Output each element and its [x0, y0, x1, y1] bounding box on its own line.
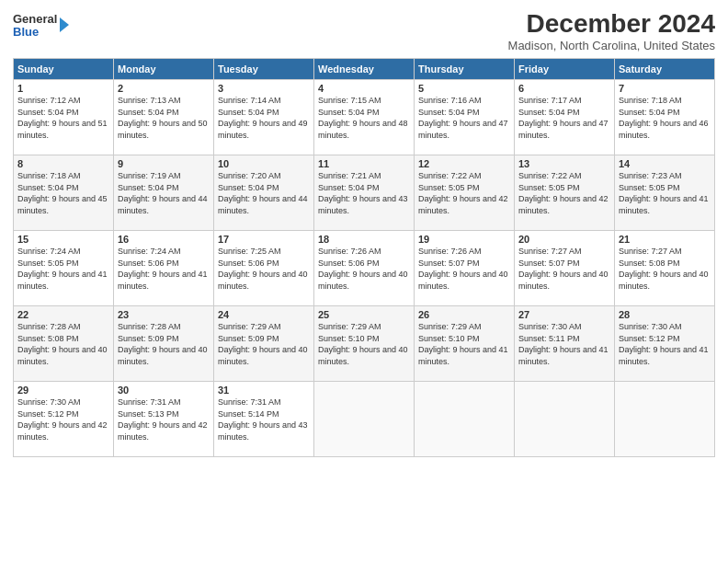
calendar-header-row: Sunday Monday Tuesday Wednesday Thursday… — [14, 59, 715, 80]
sunset-label: Sunset: 5:13 PM — [118, 409, 179, 419]
table-cell: 3 Sunrise: 7:14 AM Sunset: 5:04 PM Dayli… — [214, 80, 314, 155]
day-number: 4 — [318, 83, 410, 94]
daylight-label: Daylight: 9 hours and 43 minutes. — [318, 194, 408, 215]
logo-arrow-icon — [60, 17, 69, 32]
week-row-3: 15 Sunrise: 7:24 AM Sunset: 5:05 PM Dayl… — [14, 231, 715, 306]
daylight-label: Daylight: 9 hours and 42 minutes. — [518, 194, 609, 215]
day-info: Sunrise: 7:25 AM Sunset: 5:06 PM Dayligh… — [218, 246, 310, 292]
table-cell: 22 Sunrise: 7:28 AM Sunset: 5:08 PM Dayl… — [14, 306, 114, 382]
table-cell: 5 Sunrise: 7:16 AM Sunset: 5:04 PM Dayli… — [415, 80, 515, 155]
day-number: 21 — [619, 234, 711, 245]
col-tuesday: Tuesday — [214, 59, 314, 80]
sunrise-label: Sunrise: 7:22 AM — [518, 171, 582, 180]
sunset-label: Sunset: 5:04 PM — [318, 183, 380, 192]
col-saturday: Saturday — [615, 59, 715, 80]
daylight-label: Daylight: 9 hours and 47 minutes. — [418, 119, 508, 140]
table-cell — [515, 382, 615, 457]
sunset-label: Sunset: 5:12 PM — [17, 409, 79, 419]
sunset-label: Sunset: 5:06 PM — [118, 259, 179, 268]
daylight-label: Daylight: 9 hours and 41 minutes. — [619, 194, 709, 215]
daylight-label: Daylight: 9 hours and 40 minutes. — [418, 270, 508, 291]
table-cell: 21 Sunrise: 7:27 AM Sunset: 5:08 PM Dayl… — [615, 231, 715, 306]
daylight-label: Daylight: 9 hours and 40 minutes. — [17, 345, 108, 366]
day-info: Sunrise: 7:28 AM Sunset: 5:08 PM Dayligh… — [17, 321, 109, 367]
day-number: 26 — [418, 309, 510, 320]
day-number: 8 — [17, 158, 109, 169]
day-info: Sunrise: 7:22 AM Sunset: 5:05 PM Dayligh… — [518, 170, 610, 216]
sunrise-label: Sunrise: 7:28 AM — [118, 322, 181, 331]
day-number: 18 — [318, 234, 410, 245]
sunrise-label: Sunrise: 7:27 AM — [518, 247, 582, 256]
daylight-label: Daylight: 9 hours and 46 minutes. — [619, 119, 709, 140]
daylight-label: Daylight: 9 hours and 51 minutes. — [17, 119, 108, 140]
sunrise-label: Sunrise: 7:23 AM — [619, 171, 682, 180]
sunset-label: Sunset: 5:07 PM — [518, 259, 580, 268]
day-number: 6 — [518, 83, 610, 94]
sunrise-label: Sunrise: 7:13 AM — [118, 96, 181, 105]
sunrise-label: Sunrise: 7:26 AM — [318, 247, 381, 256]
table-cell: 24 Sunrise: 7:29 AM Sunset: 5:09 PM Dayl… — [214, 306, 314, 382]
daylight-label: Daylight: 9 hours and 47 minutes. — [518, 119, 609, 140]
table-cell: 2 Sunrise: 7:13 AM Sunset: 5:04 PM Dayli… — [114, 80, 214, 155]
sunset-label: Sunset: 5:06 PM — [318, 259, 380, 268]
sunrise-label: Sunrise: 7:16 AM — [418, 96, 482, 105]
daylight-label: Daylight: 9 hours and 41 minutes. — [619, 345, 709, 366]
day-number: 31 — [218, 385, 310, 396]
week-row-4: 22 Sunrise: 7:28 AM Sunset: 5:08 PM Dayl… — [14, 306, 715, 382]
table-cell: 7 Sunrise: 7:18 AM Sunset: 5:04 PM Dayli… — [615, 80, 715, 155]
day-info: Sunrise: 7:27 AM Sunset: 5:07 PM Dayligh… — [518, 246, 610, 292]
day-number: 13 — [518, 158, 610, 169]
sunset-label: Sunset: 5:05 PM — [518, 183, 580, 192]
daylight-label: Daylight: 9 hours and 48 minutes. — [318, 119, 408, 140]
daylight-label: Daylight: 9 hours and 42 minutes. — [418, 194, 508, 215]
daylight-label: Daylight: 9 hours and 44 minutes. — [118, 194, 208, 215]
col-friday: Friday — [515, 59, 615, 80]
col-sunday: Sunday — [14, 59, 114, 80]
sunset-label: Sunset: 5:05 PM — [418, 183, 480, 192]
daylight-label: Daylight: 9 hours and 41 minutes. — [118, 270, 208, 291]
table-cell: 16 Sunrise: 7:24 AM Sunset: 5:06 PM Dayl… — [114, 231, 214, 306]
day-number: 22 — [17, 309, 109, 320]
day-number: 2 — [118, 83, 210, 94]
day-info: Sunrise: 7:30 AM Sunset: 5:12 PM Dayligh… — [619, 321, 711, 367]
table-cell: 12 Sunrise: 7:22 AM Sunset: 5:05 PM Dayl… — [415, 155, 515, 231]
day-info: Sunrise: 7:30 AM Sunset: 5:12 PM Dayligh… — [17, 396, 109, 442]
sunset-label: Sunset: 5:08 PM — [619, 259, 680, 268]
sunrise-label: Sunrise: 7:29 AM — [218, 322, 281, 331]
logo-blue: Blue — [13, 26, 57, 39]
day-info: Sunrise: 7:29 AM Sunset: 5:10 PM Dayligh… — [318, 321, 410, 367]
day-info: Sunrise: 7:31 AM Sunset: 5:14 PM Dayligh… — [218, 396, 310, 442]
day-number: 25 — [318, 309, 410, 320]
sunset-label: Sunset: 5:08 PM — [17, 334, 79, 343]
sunset-label: Sunset: 5:04 PM — [318, 108, 380, 117]
day-info: Sunrise: 7:20 AM Sunset: 5:04 PM Dayligh… — [218, 170, 310, 216]
daylight-label: Daylight: 9 hours and 40 minutes. — [518, 270, 609, 291]
table-cell: 30 Sunrise: 7:31 AM Sunset: 5:13 PM Dayl… — [114, 382, 214, 457]
daylight-label: Daylight: 9 hours and 40 minutes. — [118, 345, 208, 366]
table-cell — [615, 382, 715, 457]
day-info: Sunrise: 7:13 AM Sunset: 5:04 PM Dayligh… — [118, 95, 210, 141]
day-number: 7 — [619, 83, 711, 94]
sunrise-label: Sunrise: 7:24 AM — [17, 247, 81, 256]
sunrise-label: Sunrise: 7:31 AM — [218, 397, 281, 407]
day-info: Sunrise: 7:28 AM Sunset: 5:09 PM Dayligh… — [118, 321, 210, 367]
title-block: December 2024 Madison, North Carolina, U… — [508, 9, 715, 52]
day-info: Sunrise: 7:31 AM Sunset: 5:13 PM Dayligh… — [118, 396, 210, 442]
sunrise-label: Sunrise: 7:15 AM — [318, 96, 381, 105]
daylight-label: Daylight: 9 hours and 40 minutes. — [318, 345, 408, 366]
day-number: 5 — [418, 83, 510, 94]
sunset-label: Sunset: 5:04 PM — [619, 108, 680, 117]
header: GeneralBlue December 2024 Madison, North… — [13, 9, 715, 52]
table-cell — [415, 382, 515, 457]
table-cell: 1 Sunrise: 7:12 AM Sunset: 5:04 PM Dayli… — [14, 80, 114, 155]
day-number: 9 — [118, 158, 210, 169]
table-cell: 29 Sunrise: 7:30 AM Sunset: 5:12 PM Dayl… — [14, 382, 114, 457]
sunrise-label: Sunrise: 7:26 AM — [418, 247, 482, 256]
day-info: Sunrise: 7:18 AM Sunset: 5:04 PM Dayligh… — [619, 95, 711, 141]
daylight-label: Daylight: 9 hours and 40 minutes. — [318, 270, 408, 291]
day-number: 27 — [518, 309, 610, 320]
sunrise-label: Sunrise: 7:18 AM — [619, 96, 682, 105]
sunrise-label: Sunrise: 7:19 AM — [118, 171, 181, 180]
sunset-label: Sunset: 5:11 PM — [518, 334, 580, 343]
calendar-table: Sunday Monday Tuesday Wednesday Thursday… — [13, 58, 715, 457]
